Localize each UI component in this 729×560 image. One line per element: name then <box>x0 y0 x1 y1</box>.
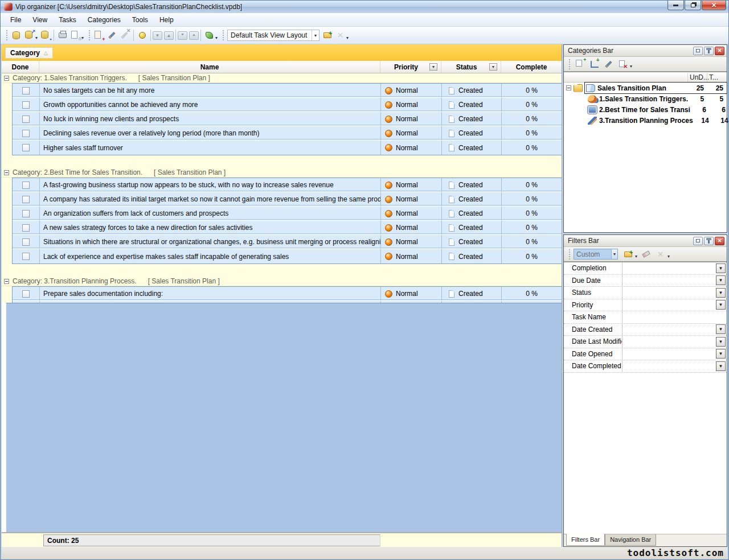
collapse-icon[interactable] <box>4 76 9 81</box>
task-checkbox[interactable] <box>22 144 30 151</box>
task-checkbox[interactable] <box>22 130 30 137</box>
reminder-dropdown[interactable]: ▾ <box>215 35 218 40</box>
new-task-button[interactable]: + <box>92 29 105 42</box>
task-row[interactable]: Declining sales revenue over a relativel… <box>13 126 562 141</box>
menu-item-help[interactable]: Help <box>154 14 179 26</box>
filter-dropdown-button[interactable]: ▼ <box>716 288 726 298</box>
filters-close-button[interactable]: ✕ <box>715 237 724 245</box>
filters-pin-button[interactable] <box>704 237 714 245</box>
column-status[interactable]: Status▼ <box>441 61 501 73</box>
tab-filters-bar[interactable]: Filters Bar <box>566 534 605 546</box>
column-complete[interactable]: Complete <box>501 61 562 73</box>
open-database-button[interactable]: ↗ <box>23 29 36 42</box>
menu-item-tools[interactable]: Tools <box>127 14 153 26</box>
tree-item[interactable]: 2.Best Time for Sales Transi66 <box>564 104 727 115</box>
add-category-button[interactable]: + <box>574 57 587 71</box>
collapse-icon[interactable] <box>566 85 571 90</box>
filter-dropdown-button[interactable]: ▼ <box>716 361 726 371</box>
reminder-button[interactable] <box>203 29 216 42</box>
edit-category-button[interactable] <box>602 57 615 71</box>
column-name[interactable]: Name <box>39 61 380 73</box>
task-row[interactable]: Higher sales staff turnoverNormalCreated… <box>13 141 562 155</box>
group-by-category-button[interactable]: Category △ <box>5 47 53 59</box>
filter-dropdown-button[interactable]: ▼ <box>716 275 726 285</box>
filters-toolbar-dropdown[interactable]: ▾ <box>667 254 670 259</box>
print-button[interactable] <box>56 29 69 42</box>
task-row[interactable]: Review accounts including the following … <box>13 301 562 303</box>
collapse-icon[interactable] <box>4 279 9 284</box>
task-checkbox[interactable] <box>22 224 30 232</box>
priority-filter-button[interactable]: ▼ <box>429 63 437 71</box>
category-header-row[interactable]: Category: 1.Sales Transition Triggers.[ … <box>2 73 562 83</box>
task-row[interactable]: Lack of experience and expertise makes s… <box>13 249 562 263</box>
task-row[interactable]: Situations in which there are structural… <box>13 235 562 249</box>
edit-task-button[interactable] <box>105 29 118 42</box>
task-checkbox[interactable] <box>22 253 30 260</box>
delete-filter-button[interactable]: ✕ <box>654 248 667 261</box>
save-layout-button[interactable] <box>321 29 334 42</box>
categories-close-button[interactable]: ✕ <box>715 47 724 55</box>
category-header-row[interactable]: Category: 3.Transition Planning Process.… <box>2 277 562 286</box>
task-row[interactable]: No sales targets can be hit any moreNorm… <box>13 84 562 98</box>
menu-item-categories[interactable]: Categories <box>83 14 126 26</box>
task-checkbox[interactable] <box>22 238 30 246</box>
new-database-button[interactable] <box>10 29 23 42</box>
save-filter-button[interactable] <box>621 248 634 261</box>
save-filter-dropdown[interactable]: ▾ <box>635 254 637 259</box>
filters-restore-button[interactable] <box>693 237 703 245</box>
tab-navigation-bar[interactable]: Navigation Bar <box>605 534 656 546</box>
column-priority[interactable]: Priority▼ <box>380 61 441 73</box>
task-row[interactable]: Prepare sales documentation including:No… <box>13 287 562 301</box>
filter-dropdown-button[interactable]: ▼ <box>716 324 726 334</box>
status-filter-button[interactable]: ▼ <box>489 63 497 71</box>
menu-item-file[interactable]: File <box>5 14 26 26</box>
move-down-button[interactable]: ▼ <box>153 31 162 40</box>
save-database-button[interactable]: ▪ <box>39 29 52 42</box>
delete-task-button[interactable]: ✕ <box>118 29 132 42</box>
menu-item-view[interactable]: View <box>27 14 52 26</box>
filter-preset-combo[interactable]: Custom ▼ <box>574 249 618 260</box>
delete-layout-button[interactable]: ✕ <box>334 29 347 42</box>
minimize-button[interactable] <box>667 1 684 10</box>
add-subcategory-button[interactable] <box>588 57 601 71</box>
tree-column-total[interactable]: T... <box>707 73 727 82</box>
print-preview-button[interactable]: ○ <box>69 29 82 42</box>
move-to-bottom-button[interactable]: ⯆ <box>178 31 187 40</box>
task-checkbox[interactable] <box>22 210 30 217</box>
close-button[interactable]: ✕ <box>702 1 726 10</box>
tree-item[interactable]: 1.Sales Transition Triggers.55 <box>564 93 727 104</box>
task-row[interactable]: No luck in winning new clients and prosp… <box>13 112 562 126</box>
filter-dropdown-button[interactable]: ▼ <box>716 263 726 273</box>
tree-column-undone[interactable]: UnD... <box>688 73 707 82</box>
tree-item[interactable]: 3.Transition Planning Proces1414 <box>564 115 727 126</box>
complete-task-button[interactable] <box>136 29 149 42</box>
column-done[interactable]: Done <box>2 61 39 73</box>
categories-pin-button[interactable] <box>704 47 714 55</box>
task-checkbox[interactable] <box>22 87 30 94</box>
categories-toolbar-dropdown[interactable]: ▾ <box>630 64 632 69</box>
task-row[interactable]: A company has saturated its initial targ… <box>13 192 562 207</box>
task-row[interactable]: A fast-growing business startup now appe… <box>13 178 562 192</box>
tree-item[interactable]: Sales Transition Plan2525 <box>564 83 727 93</box>
move-up-button[interactable]: ▲ <box>164 31 174 40</box>
task-row[interactable]: A new sales strategy forces to take a ne… <box>13 221 562 235</box>
restore-button[interactable] <box>685 1 701 10</box>
task-checkbox[interactable] <box>22 290 30 298</box>
category-header-row[interactable]: Category: 2.Best Time for Sales Transiti… <box>2 168 562 178</box>
print-preview-dropdown[interactable]: ▾ <box>81 35 84 40</box>
menu-item-tasks[interactable]: Tasks <box>54 14 81 26</box>
layout-combo[interactable]: Default Task View Layout ▼ <box>227 30 320 41</box>
categories-restore-button[interactable] <box>693 47 703 55</box>
move-to-top-button[interactable]: ⯅ <box>189 31 199 40</box>
task-row[interactable]: An organization suffers from lack of cus… <box>13 207 562 221</box>
task-checkbox[interactable] <box>22 196 30 203</box>
delete-category-button[interactable] <box>616 57 629 71</box>
filter-dropdown-button[interactable]: ▼ <box>716 349 726 359</box>
clear-filter-button[interactable] <box>640 248 653 261</box>
task-row[interactable]: Growth opportunities cannot be achieved … <box>13 98 562 112</box>
filter-dropdown-button[interactable]: ▼ <box>716 337 726 347</box>
task-checkbox[interactable] <box>22 116 30 123</box>
filter-dropdown-button[interactable]: ▼ <box>716 300 726 310</box>
task-checkbox[interactable] <box>22 182 30 189</box>
open-database-dropdown[interactable]: ▾ <box>35 35 38 40</box>
